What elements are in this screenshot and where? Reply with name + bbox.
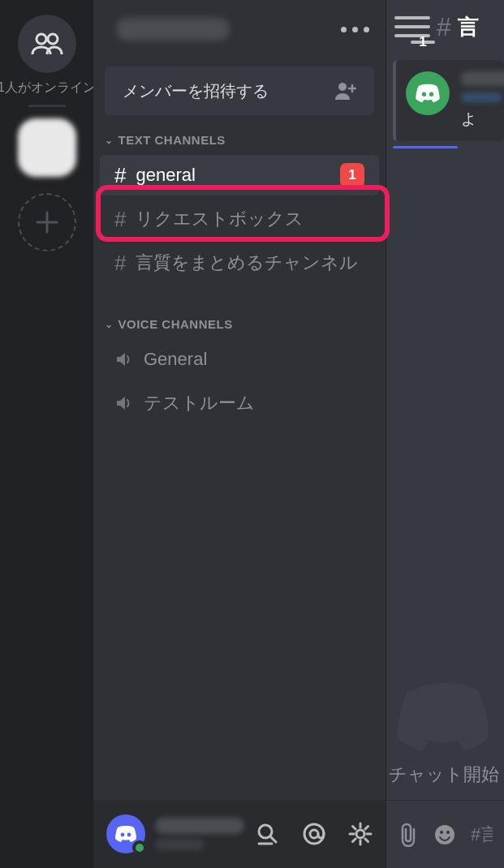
add-server-button[interactable] <box>18 193 76 251</box>
hash-icon: # <box>114 208 126 230</box>
discord-logo-icon <box>114 825 138 843</box>
invite-label: メンバーを招待する <box>123 80 269 102</box>
channel-name: 言質をまとめるチャンネル <box>136 251 364 275</box>
discord-ghost-icon <box>393 678 498 751</box>
ellipsis-icon <box>341 27 347 32</box>
text-channel-general[interactable]: #general1 <box>100 155 379 196</box>
embed-avatar <box>406 71 450 115</box>
speaker-icon <box>114 393 134 413</box>
unread-badge: 1 <box>340 163 364 187</box>
svg-point-13 <box>446 831 450 834</box>
category-label: TEXT CHANNELS <box>118 133 226 147</box>
app-root: 1人がオンライン メンバーを招待する <box>0 0 504 868</box>
channel-name: リクエストボックス <box>136 207 364 231</box>
svg-point-9 <box>422 92 426 96</box>
text-channel-言質をまとめるチャンネル[interactable]: #言質をまとめるチャンネル <box>100 243 379 283</box>
rail-separator <box>28 105 66 107</box>
speaker-icon <box>114 350 134 369</box>
text-channel-リクエストボックス[interactable]: #リクエストボックス <box>100 199 379 239</box>
server-icon[interactable] <box>18 118 76 177</box>
server-menu-button[interactable] <box>341 27 369 32</box>
people-icon <box>31 32 63 56</box>
message-input[interactable]: #言 <box>471 823 493 847</box>
text-channel-list: #general1#リクエストボックス#言質をまとめるチャンネル <box>93 152 386 286</box>
hash-icon: # <box>114 165 126 186</box>
svg-point-11 <box>435 825 454 844</box>
voice-channels-category[interactable]: ⌄ VOICE CHANNELS <box>93 317 386 331</box>
chat-start-label: チャット開始 <box>389 763 504 787</box>
embed-text: よ <box>461 109 494 130</box>
status-online-icon <box>132 840 147 855</box>
channel-title: 言 <box>458 13 479 41</box>
server-name <box>116 18 230 41</box>
dm-home-button[interactable] <box>18 15 76 73</box>
chat-body: チャット開始 <box>386 148 504 800</box>
invite-members-button[interactable]: メンバーを招待する <box>105 67 374 115</box>
message-embed[interactable]: よ <box>393 60 504 141</box>
voice-channel-list: Generalテストルーム <box>93 336 386 427</box>
svg-point-0 <box>37 34 46 44</box>
chat-header: 1 # 言 <box>386 0 504 54</box>
svg-point-8 <box>356 830 364 838</box>
channel-name: General <box>144 349 364 370</box>
chevron-down-icon: ⌄ <box>105 135 114 146</box>
voice-channel-General[interactable]: General <box>100 339 379 380</box>
emoji-icon[interactable] <box>433 823 456 846</box>
message-input-bar: #言 <box>386 800 504 868</box>
online-count-label: 1人がオンライン <box>0 79 96 97</box>
discord-logo-icon <box>414 83 442 104</box>
text-channels-category[interactable]: ⌄ TEXT CHANNELS <box>93 133 386 147</box>
voice-channel-テストルーム[interactable]: テストルーム <box>100 383 379 423</box>
search-icon[interactable] <box>256 822 280 846</box>
hash-icon: # <box>437 12 451 42</box>
menu-button[interactable]: 1 <box>394 16 430 37</box>
notification-badge: 1 <box>411 41 435 44</box>
channel-sidebar: メンバーを招待する ⌄ TEXT CHANNELS #general1#リクエス… <box>93 0 386 868</box>
add-person-icon <box>335 82 356 100</box>
svg-point-1 <box>48 34 58 44</box>
svg-point-2 <box>338 83 347 91</box>
mentions-icon[interactable] <box>301 821 327 847</box>
input-placeholder: #言 <box>471 823 493 847</box>
svg-point-6 <box>304 824 324 844</box>
svg-point-12 <box>440 831 443 834</box>
channel-name: テストルーム <box>144 391 364 415</box>
svg-point-4 <box>127 833 131 837</box>
server-rail: 1人がオンライン <box>0 0 93 868</box>
channel-name: general <box>136 165 330 186</box>
chevron-down-icon: ⌄ <box>105 319 114 330</box>
svg-point-10 <box>429 92 433 96</box>
username-block[interactable] <box>155 818 246 850</box>
user-bar <box>93 800 386 868</box>
hash-icon: # <box>114 252 126 273</box>
attachment-icon[interactable] <box>398 823 419 847</box>
gear-icon[interactable] <box>348 822 373 846</box>
plus-icon <box>34 209 60 235</box>
svg-point-3 <box>121 833 125 837</box>
server-header[interactable] <box>93 0 386 58</box>
chat-peek-panel: 1 # 言 よ チャット開始 <box>386 0 504 868</box>
user-avatar[interactable] <box>106 814 145 853</box>
category-label: VOICE CHANNELS <box>118 317 233 331</box>
